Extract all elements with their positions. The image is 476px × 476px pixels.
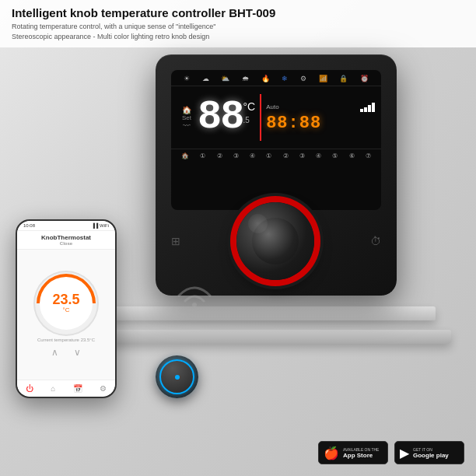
day3-icon: ③ [299, 152, 305, 159]
alexa-device [156, 355, 198, 398]
degree-symbol: °C [243, 100, 255, 113]
phone-thermostat-circle: 23.5 °C [35, 272, 97, 334]
lcd-main-display: 🏠 Set 〰 88 °C .5 Auto [171, 86, 381, 149]
temp-arc [24, 261, 107, 345]
up-arrow-icon[interactable]: ∧ [51, 347, 58, 358]
grid-icon: ⊞ [171, 235, 180, 247]
apple-icon: 🍎 [324, 446, 339, 460]
bar3 [368, 105, 371, 112]
schedule1-icon: 🏠 [181, 152, 189, 159]
phone-main-content: 23.5 °C Current temperature 23.5°C ∧ ∨ [17, 250, 115, 380]
lcd-bottom-icons: 🏠 ① ② ③ ④ ① ② ③ ④ ⑤ ⑥ ⑦ [171, 149, 381, 163]
schedule3-icon: ② [217, 152, 222, 159]
bar2 [364, 107, 367, 112]
cloud1-icon: ☁ [202, 75, 209, 82]
app-name: KnobThermostat [23, 234, 109, 241]
schedule5-icon: ④ [250, 152, 255, 159]
set-label: Set [177, 114, 196, 121]
bar4 [372, 103, 375, 112]
phone-mockup: 10:08 ▐▐ WiFi KnobThermostat Close 23.5 … [16, 219, 117, 398]
product-header: Intelligent knob temperature controller … [0, 0, 476, 47]
appstore-line2: App Store [343, 452, 379, 459]
product-subtitle: Rotating temperature control, with a uni… [12, 22, 464, 41]
lcd-divider [260, 94, 261, 141]
app-badges: 🍎 Available on the App Store ▶ GET IT ON… [318, 441, 464, 464]
heat-wave-icon: 〰 [183, 121, 191, 130]
lock-icon: 🔒 [339, 75, 348, 82]
lcd-right-panel: Auto 88:88 [266, 103, 375, 133]
fire-icon: 🔥 [261, 75, 270, 82]
temperature-knob[interactable] [236, 202, 314, 280]
appstore-text: Available on the App Store [343, 447, 379, 459]
appstore-badge[interactable]: 🍎 Available on the App Store [318, 441, 388, 464]
phone-current-temp: Current temperature 23.5°C [37, 338, 95, 342]
day1-icon: ① [266, 152, 271, 159]
phone-nav-power[interactable]: ⏻ [26, 384, 33, 393]
phone-bottom-nav: ⏻ ⌂ 📅 ⚙ [17, 380, 115, 397]
phone-nav-schedule[interactable]: 📅 [73, 384, 82, 393]
bar1 [360, 109, 363, 112]
lcd-display: ☀ ☁ ⛅ 🌧 🔥 ❄ ⚙ 📶 🔒 ⏰ 🏠 Set 〰 88 [171, 70, 381, 210]
googleplay-badge[interactable]: ▶ GET IT ON Google play [394, 441, 464, 464]
day2-icon: ② [283, 152, 289, 159]
phone-status-bar: 10:08 ▐▐ WiFi [17, 221, 115, 231]
cloud2-icon: ⛅ [221, 75, 229, 82]
clock-icon: ⏰ [360, 75, 369, 82]
svg-point-0 [192, 303, 197, 307]
play-icon: ▶ [400, 446, 409, 460]
product-area: ☀ ☁ ⛅ 🌧 🔥 ❄ ⚙ 📶 🔒 ⏰ 🏠 Set 〰 88 [109, 47, 460, 352]
alexa-ring [159, 359, 194, 394]
day6-icon: ⑥ [349, 152, 355, 159]
auto-label: Auto [266, 103, 278, 110]
home-icon-small: 🏠 [182, 106, 191, 114]
snowflake-icon: ❄ [282, 75, 288, 82]
phone-signal: ▐▐ WiFi [92, 223, 109, 228]
time-display: 88:88 [266, 114, 375, 133]
day5-icon: ⑤ [332, 152, 338, 159]
signal-bars [360, 103, 375, 112]
googleplay-line2: Google play [413, 452, 449, 459]
schedule4-icon: ③ [233, 152, 239, 159]
phone-nav-home[interactable]: ⌂ [51, 384, 55, 393]
alexa-dot [175, 375, 180, 380]
fan-icon: ⚙ [300, 75, 306, 82]
temperature-display: 88 [198, 97, 243, 138]
down-arrow-icon[interactable]: ∨ [74, 347, 81, 358]
day4-icon: ④ [316, 152, 321, 159]
product-title: Intelligent knob temperature controller … [12, 6, 464, 19]
close-label: Close [23, 241, 109, 246]
phone-arrows: ∧ ∨ [51, 347, 81, 358]
cloud3-icon: 🌧 [242, 75, 249, 82]
day7-icon: ⑦ [366, 152, 371, 159]
googleplay-text: GET IT ON Google play [413, 447, 449, 459]
decimal-display: .5 [243, 116, 255, 124]
phone-nav-settings[interactable]: ⚙ [100, 384, 107, 393]
timer-icon: ⏱ [370, 235, 381, 247]
schedule2-icon: ① [200, 152, 205, 159]
thermostat-device: ☀ ☁ ⛅ 🌧 🔥 ❄ ⚙ 📶 🔒 ⏰ 🏠 Set 〰 88 [156, 54, 397, 296]
lcd-top-icons: ☀ ☁ ⛅ 🌧 🔥 ❄ ⚙ 📶 🔒 ⏰ [171, 70, 381, 86]
shelf-1 [62, 306, 436, 320]
phone-time: 10:08 [23, 223, 35, 228]
phone-app-header: KnobThermostat Close [17, 231, 115, 250]
sun-icon: ☀ [184, 75, 190, 82]
wifi-decoration [171, 264, 218, 318]
wifi2-icon: 📶 [319, 75, 327, 82]
phone-screen: 10:08 ▐▐ WiFi KnobThermostat Close 23.5 … [17, 221, 115, 397]
